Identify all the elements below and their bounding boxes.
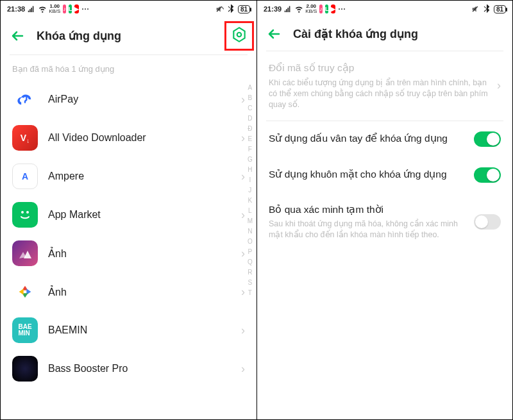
signal-icon [284, 5, 292, 13]
app-row-ampere[interactable]: A Ampere › [1, 157, 256, 196]
more-notifications-icon: ··· [338, 5, 346, 13]
chevron-right-icon: › [241, 285, 245, 299]
app-icon [12, 279, 38, 305]
app-icon: BAEMIN [12, 317, 38, 343]
bluetooth-icon [226, 4, 235, 13]
app-list: AirPay › V↓ All Video Downloader › A Amp… [1, 80, 256, 419]
app-badge-icon: ♪ [319, 4, 323, 13]
app-icon: A [12, 164, 38, 189]
app-row-anh1[interactable]: Ảnh › [1, 234, 256, 273]
status-time: 21:38 [7, 5, 25, 13]
app-name: App Market [48, 209, 231, 221]
setting-desc: Khi các biểu tượng ứng dụng bị ẩn trên m… [269, 78, 489, 110]
chevron-right-icon: › [497, 79, 501, 92]
chevron-right-icon: › [241, 362, 245, 376]
status-time: 21:39 [264, 5, 282, 13]
wifi-icon [295, 5, 303, 13]
chevron-right-icon: › [241, 170, 245, 183]
app-name: AirPay [48, 94, 231, 105]
app-row-baemin[interactable]: BAEMIN BAEMIN › [1, 311, 256, 349]
settings-button[interactable] [231, 26, 248, 46]
setting-title: Đổi mã số truy cập [269, 62, 489, 75]
toggle-face[interactable] [474, 167, 501, 183]
status-bar: 21:39 2.00KB/S ♪ L ▶ ··· 81 [257, 1, 512, 17]
toggle-fingerprint[interactable] [474, 131, 501, 147]
youtube-icon: ▶ [331, 4, 335, 13]
status-kbs: 1.00KB/S [49, 4, 60, 14]
app-row-airpay[interactable]: AirPay › [1, 80, 256, 119]
app-row-anh2[interactable]: Ảnh › [1, 273, 256, 311]
app-name: Bass Booster Pro [48, 363, 231, 374]
setting-title: Bỏ qua xác minh tạm thời [269, 203, 466, 217]
app-row-bass[interactable]: Bass Booster Pro › [1, 349, 256, 388]
setting-fingerprint: Sử dụng dấu vân tay để khóa ứng dụng [257, 121, 512, 157]
setting-face: Sử dụng khuôn mặt cho khóa ứng dụng [257, 157, 512, 193]
back-arrow-icon[interactable] [10, 28, 25, 44]
header: Cài đặt khóa ứng dụng [257, 17, 512, 51]
app-icon [12, 202, 38, 228]
wifi-icon [38, 5, 47, 13]
chevron-right-icon: › [241, 247, 245, 260]
header: Khóa ứng dụng [1, 17, 256, 55]
app-name: Ampere [48, 171, 231, 182]
setting-change-passcode[interactable]: Đổi mã số truy cập Khi các biểu tượng ứn… [257, 51, 512, 121]
setting-desc: Sau khi thoát ứng dụng mã hóa, không cần… [269, 219, 466, 240]
section-caption: Bạn đã mã hóa 1 ứng dụng [1, 55, 256, 80]
app-icon [12, 356, 38, 382]
mute-icon [215, 4, 224, 13]
mute-icon [471, 4, 480, 13]
app-row-appmarket[interactable]: App Market › [1, 196, 256, 234]
app-icon [12, 240, 38, 266]
app-name: Ảnh [48, 248, 231, 260]
chevron-right-icon: › [241, 131, 245, 145]
bluetooth-icon [482, 4, 491, 13]
svg-point-1 [21, 211, 24, 214]
youtube-icon: ▶ [74, 4, 79, 13]
app-icon: V↓ [12, 125, 38, 151]
phone-right: 21:39 2.00KB/S ♪ L ▶ ··· 81 Cài đặt khóa… [256, 1, 512, 419]
status-bar: 21:38 1.00KB/S ♪ L ▶ ··· 81 [1, 1, 256, 17]
line-app-icon: L [325, 4, 329, 13]
setting-title: Sử dụng khuôn mặt cho khóa ứng dụng [269, 168, 466, 181]
app-name: All Video Downloader [48, 132, 231, 144]
svg-point-2 [26, 211, 29, 214]
tutorial-highlight [224, 21, 254, 51]
page-title: Khóa ứng dụng [37, 29, 121, 43]
back-arrow-icon[interactable] [266, 26, 282, 42]
toggle-skip-verify[interactable] [474, 214, 501, 230]
line-app-icon: L [69, 4, 72, 13]
alpha-index[interactable]: ABC DĐE FGH IJK LMN OPQ RST [248, 80, 253, 419]
status-kbs: 2.00KB/S [305, 4, 317, 14]
battery-indicator: 81 [238, 5, 250, 13]
setting-skip-verify: Bỏ qua xác minh tạm thời Sau khi thoát ứ… [257, 193, 512, 251]
setting-title: Sử dụng dấu vân tay để khóa ứng dụng [269, 132, 466, 146]
chevron-right-icon: › [241, 324, 245, 337]
app-row-avd[interactable]: V↓ All Video Downloader › [1, 119, 256, 157]
app-icon [12, 87, 38, 112]
app-name: BAEMIN [48, 324, 231, 336]
app-name: Ảnh [48, 286, 231, 298]
chevron-right-icon: › [241, 93, 245, 106]
battery-indicator: 81 [494, 5, 506, 13]
signal-icon [28, 5, 36, 13]
app-badge-icon: ♪ [63, 4, 66, 13]
page-title: Cài đặt khóa ứng dụng [293, 27, 418, 41]
chevron-right-icon: › [241, 208, 245, 222]
phone-left: 21:38 1.00KB/S ♪ L ▶ ··· 81 Khóa ứng dụn… [1, 1, 256, 419]
more-notifications-icon: ··· [81, 5, 89, 13]
